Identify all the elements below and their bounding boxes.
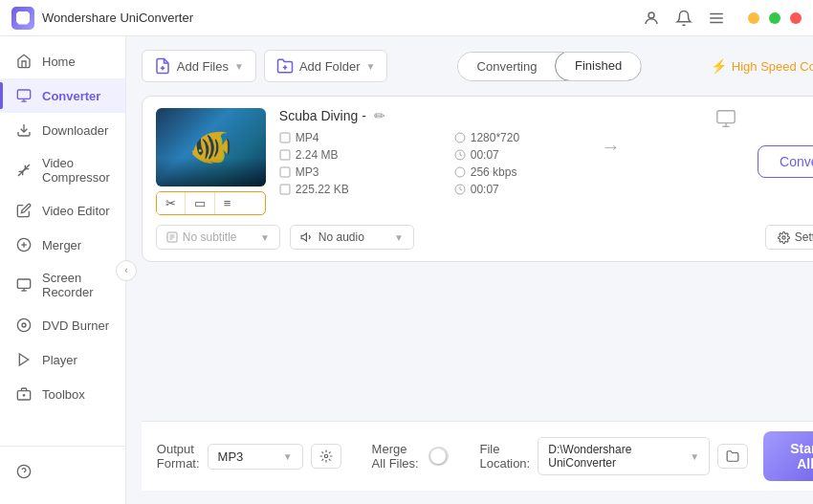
output-format-select[interactable]: MP3 ▼ [208, 444, 303, 470]
sidebar-item-toolbox[interactable]: Toolbox [0, 377, 125, 411]
file-location-value: D:\Wondershare UniConverter [548, 443, 685, 470]
action-icons [708, 108, 744, 129]
close-button[interactable] [790, 12, 802, 24]
tab-group: Converting Finished [457, 52, 642, 81]
settings-button[interactable]: Settings [765, 225, 813, 250]
file-edit-icon[interactable]: ✏ [374, 108, 385, 123]
format-icon [279, 132, 291, 143]
trim-button[interactable]: ✂ [157, 192, 186, 214]
tab-finished[interactable]: Finished [555, 52, 642, 81]
settings-label: Settings [795, 230, 813, 244]
target-size: 225.22 KB [279, 183, 447, 196]
tab-converting[interactable]: Converting [458, 53, 557, 80]
target-format: MP3 [279, 165, 447, 179]
sidebar-label-dvd: DVD Burner [42, 318, 109, 333]
add-files-label: Add Files [177, 59, 229, 74]
res-icon [454, 132, 466, 143]
crop-button[interactable]: ▭ [186, 192, 215, 214]
toggle-knob [430, 449, 446, 464]
add-folder-button[interactable]: Add Folder ▼ [264, 50, 388, 82]
window-controls [748, 12, 802, 24]
subtitle-label: No subtitle [183, 230, 255, 244]
file-location-select[interactable]: D:\Wondershare UniConverter ▼ [538, 437, 710, 475]
titlebar-left: Wondershare UniConverter [11, 7, 193, 30]
titlebar-controls [643, 10, 802, 27]
file-name-row: Scuba Diving - ✏ [279, 108, 694, 123]
file-info: Scuba Diving - ✏ MP4 [279, 108, 694, 196]
thumbnail: 🐠 [156, 108, 266, 186]
browse-location-button[interactable] [717, 444, 748, 469]
merger-icon [15, 236, 33, 253]
sidebar-help[interactable] [0, 454, 125, 489]
file-location-chevron: ▼ [690, 451, 699, 462]
svg-rect-4 [17, 90, 30, 99]
sidebar-item-converter[interactable]: Converter [0, 78, 125, 113]
add-folder-chevron: ▼ [366, 61, 376, 72]
user-icon[interactable] [643, 10, 660, 27]
target-dur-icon [454, 184, 466, 195]
content-area: Add Files ▼ Add Folder ▼ Conver [126, 36, 813, 504]
bitrate-icon [454, 166, 466, 178]
toolbox-icon [15, 385, 33, 403]
folder-open-icon [726, 449, 739, 463]
audio-icon [300, 230, 314, 244]
sidebar: Home Converter Downloader [0, 36, 126, 504]
output-format-chevron: ▼ [283, 451, 293, 462]
convert-button[interactable]: Convert [758, 145, 813, 178]
main-layout: Home Converter Downloader [0, 36, 813, 504]
sidebar-label-downloader: Downloader [42, 123, 108, 138]
svg-point-0 [648, 12, 654, 18]
svg-rect-29 [280, 150, 290, 160]
arrow-icon: → [602, 136, 621, 158]
app-logo [11, 7, 34, 30]
titlebar: Wondershare UniConverter [0, 0, 813, 36]
sidebar-item-dvd-burner[interactable]: DVD Burner [0, 308, 125, 342]
more-options-icon[interactable] [715, 108, 736, 129]
settings-icon [778, 231, 790, 244]
start-all-button[interactable]: Start All [763, 431, 813, 481]
effects-button[interactable]: ≡ [215, 192, 240, 214]
subtitle-select[interactable]: No subtitle ▼ [156, 225, 280, 250]
toolbar: Add Files ▼ Add Folder ▼ Conver [142, 50, 813, 82]
speed-icon: ⚡ [711, 58, 727, 74]
svg-marker-18 [19, 354, 28, 365]
svg-point-34 [455, 167, 465, 177]
sidebar-label-compressor: Video Compressor [42, 156, 110, 185]
empty-space [142, 262, 813, 421]
add-folder-icon [276, 57, 294, 75]
sidebar-label-player: Player [42, 353, 77, 367]
arrow-col: → [527, 136, 694, 158]
file-meta-grid: MP4 2.24 MB [279, 131, 694, 196]
audio-select[interactable]: No audio ▼ [290, 225, 414, 250]
thumbnail-wrapper: 🐠 ✂ ▭ ≡ [156, 108, 266, 215]
svg-marker-43 [301, 233, 306, 241]
svg-rect-36 [717, 111, 735, 123]
sidebar-label-merger: Merger [42, 238, 81, 252]
thumbnail-controls: ✂ ▭ ≡ [156, 191, 266, 215]
bell-icon[interactable] [675, 10, 692, 27]
sidebar-item-screen-recorder[interactable]: Screen Recorder [0, 262, 125, 308]
duration-icon [454, 149, 466, 161]
maximize-button[interactable] [769, 12, 780, 24]
sidebar-label-toolbox: Toolbox [42, 387, 85, 402]
sidebar-item-downloader[interactable]: Downloader [0, 113, 125, 147]
minimize-button[interactable] [748, 12, 759, 24]
help-icon [15, 463, 33, 480]
merge-field: Merge All Files: [372, 442, 450, 471]
home-icon [15, 53, 33, 70]
sidebar-collapse-button[interactable]: ‹ [116, 260, 137, 281]
source-resolution: 1280*720 [454, 131, 519, 144]
sidebar-item-video-compressor[interactable]: Video Compressor [0, 147, 125, 193]
merge-toggle[interactable] [428, 447, 449, 466]
output-format-value: MP3 [218, 449, 244, 464]
add-files-button[interactable]: Add Files ▼ [142, 50, 256, 82]
sidebar-label-converter: Converter [42, 89, 100, 103]
sidebar-item-home[interactable]: Home [0, 44, 125, 78]
sidebar-item-merger[interactable]: Merger [0, 228, 125, 262]
output-settings-button[interactable] [311, 444, 341, 469]
sidebar-item-video-editor[interactable]: Video Editor [0, 193, 125, 228]
source-format: MP4 [279, 131, 447, 144]
sidebar-item-player[interactable]: Player [0, 342, 125, 377]
source-meta: MP4 2.24 MB [279, 131, 447, 162]
menu-icon[interactable] [708, 10, 725, 27]
